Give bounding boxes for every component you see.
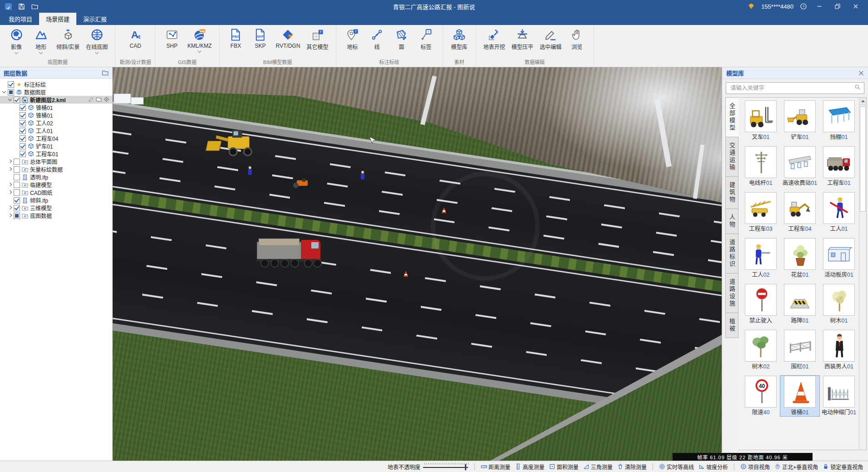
toolbar-button[interactable]: 项目视角 bbox=[740, 463, 770, 471]
scrollbar[interactable] bbox=[859, 98, 866, 450]
ribbon-button[interactable]: 浏览 bbox=[565, 26, 589, 50]
ribbon-button[interactable]: 模型库 bbox=[447, 26, 472, 50]
model-card[interactable]: 工程车04 bbox=[780, 192, 819, 233]
tree-checkbox[interactable] bbox=[14, 197, 20, 204]
model-card[interactable]: 路障01 bbox=[780, 284, 819, 324]
tree-row[interactable]: 工程车01 bbox=[0, 150, 112, 158]
ribbon-button[interactable]: 选中编辑 bbox=[537, 26, 565, 50]
ribbon-button[interactable]: 模型压平 bbox=[509, 26, 537, 50]
model-card[interactable]: 工程车03 bbox=[741, 192, 780, 233]
tree-expand-arrow[interactable] bbox=[8, 190, 13, 195]
model-card[interactable]: 围栏01 bbox=[780, 330, 819, 370]
tree-checkbox[interactable] bbox=[14, 174, 20, 180]
close-button[interactable] bbox=[850, 1, 862, 11]
model-card[interactable]: 西装男人01 bbox=[819, 330, 858, 370]
model-card[interactable]: 树木01 bbox=[819, 284, 858, 324]
toolbar-button[interactable]: 距离测量 bbox=[481, 463, 510, 471]
tree-checkbox[interactable] bbox=[20, 128, 26, 134]
ribbon-button[interactable]: 地表开挖 bbox=[480, 26, 509, 50]
toolbar-button[interactable]: 面积测量 bbox=[549, 463, 579, 471]
ribbon-button[interactable]: SKPSKP bbox=[248, 26, 273, 49]
tree-checkbox[interactable] bbox=[20, 120, 26, 126]
tree-checkbox[interactable] bbox=[20, 104, 26, 111]
tree-row[interactable]: 透明.lfp bbox=[0, 173, 112, 181]
tree-row[interactable]: 工人02 bbox=[0, 119, 112, 127]
panel-folder-icon[interactable] bbox=[102, 70, 109, 76]
toolbar-button[interactable]: 实时等高线 bbox=[659, 463, 694, 471]
chevron-down-icon[interactable] bbox=[15, 51, 18, 54]
save-icon[interactable] bbox=[18, 3, 25, 10]
tree-expand-arrow[interactable] bbox=[2, 89, 7, 94]
chevron-down-icon[interactable] bbox=[39, 51, 43, 54]
ribbon-button[interactable]: 影像 bbox=[4, 26, 29, 54]
model-card[interactable]: 铲车01 bbox=[780, 100, 819, 141]
model-card[interactable]: 禁止驶入 bbox=[741, 284, 780, 324]
model-card[interactable]: 叉车01 bbox=[741, 100, 780, 141]
tree-checkbox[interactable] bbox=[20, 151, 26, 157]
model-card[interactable]: 电动伸缩门01 bbox=[819, 376, 858, 416]
ribbon-button[interactable]: 面 bbox=[389, 26, 414, 50]
chevron-down-icon[interactable] bbox=[95, 51, 99, 54]
viewport-3d[interactable] bbox=[113, 67, 722, 461]
menu-tab[interactable]: 演示汇报 bbox=[76, 13, 114, 25]
tree-row[interactable]: CAD图纸 bbox=[0, 189, 112, 196]
model-card[interactable]: 电线杆01 bbox=[741, 146, 780, 187]
vip-icon[interactable] bbox=[748, 3, 755, 10]
model-category-tab[interactable]: 全部模型 bbox=[725, 97, 738, 137]
scroll-up-icon[interactable] bbox=[859, 98, 866, 105]
folder-icon[interactable] bbox=[96, 96, 102, 104]
toolbar-button[interactable]: 三角测量 bbox=[583, 463, 613, 471]
tree-row[interactable]: 矢量标绘数据 bbox=[0, 165, 112, 173]
tree-checkbox[interactable] bbox=[14, 205, 20, 211]
tree-checkbox[interactable] bbox=[14, 159, 20, 165]
slider-thumb[interactable] bbox=[465, 464, 466, 470]
worker-model[interactable] bbox=[360, 171, 365, 180]
tree-row[interactable]: 铲车01 bbox=[0, 142, 112, 150]
restore-button[interactable] bbox=[832, 1, 843, 11]
tree-checkbox[interactable] bbox=[14, 189, 20, 196]
tree-row[interactable]: 倾斜.lfp bbox=[0, 196, 112, 204]
model-search-input[interactable] bbox=[729, 84, 854, 92]
tree-expand-arrow[interactable] bbox=[8, 205, 13, 210]
tree-row[interactable]: ★标注标绘 bbox=[0, 80, 112, 88]
account-label[interactable]: 155****4480 bbox=[761, 3, 793, 10]
tree-checkbox[interactable] bbox=[8, 89, 14, 95]
model-category-tab[interactable]: 道路设施 bbox=[725, 273, 738, 313]
search-icon[interactable] bbox=[854, 84, 861, 92]
model-card[interactable]: 高速收费站01 bbox=[780, 146, 819, 187]
tree-row[interactable]: 工程车04 bbox=[0, 134, 112, 142]
toolbar-button[interactable]: 锁定垂直视角 bbox=[823, 463, 863, 471]
toolbar-button[interactable]: 高度测量 bbox=[515, 463, 544, 471]
slider-track[interactable] bbox=[423, 467, 468, 468]
ribbon-button[interactable]: T地标 bbox=[340, 26, 365, 50]
traffic-cone-model[interactable] bbox=[404, 271, 408, 277]
menu-tab[interactable]: 我的项目 bbox=[2, 13, 39, 25]
tree-row[interactable]: 三维模型 bbox=[0, 204, 112, 212]
model-card[interactable]: 花盆01 bbox=[780, 238, 819, 278]
model-card[interactable]: 锥桶01 bbox=[780, 376, 819, 416]
help-icon[interactable]: ? bbox=[800, 3, 807, 10]
app-logo-icon[interactable] bbox=[5, 3, 12, 10]
ribbon-button[interactable]: 线 bbox=[365, 26, 389, 50]
tree-checkbox[interactable] bbox=[14, 213, 20, 219]
menu-tab[interactable]: 场景搭建 bbox=[39, 13, 76, 25]
tree-row[interactable]: 数据图层 bbox=[0, 88, 112, 96]
tree-checkbox[interactable] bbox=[20, 143, 26, 149]
ribbon-button[interactable]: 在线底图 bbox=[83, 26, 111, 54]
toolbar-button[interactable]: 坡度分析 bbox=[698, 463, 728, 471]
tree-row[interactable]: 底图数据 bbox=[0, 212, 112, 219]
tree-checkbox[interactable] bbox=[8, 81, 14, 88]
minimize-button[interactable] bbox=[813, 1, 825, 11]
tree-row[interactable]: 临建模型 bbox=[0, 181, 112, 189]
model-card[interactable]: 活动板房01 bbox=[819, 238, 858, 278]
edit-icon[interactable] bbox=[88, 96, 94, 104]
model-category-tab[interactable]: 建筑物 bbox=[725, 177, 738, 209]
model-category-tab[interactable]: 植被 bbox=[725, 313, 738, 338]
chevron-down-icon[interactable] bbox=[198, 50, 201, 53]
surface-opacity-slider[interactable] bbox=[423, 463, 471, 470]
tree-expand-arrow[interactable] bbox=[8, 97, 13, 102]
scrollbar-thumb[interactable] bbox=[860, 106, 866, 212]
model-card[interactable]: 工人02 bbox=[741, 238, 780, 278]
toolbar-button[interactable]: 清除测量 bbox=[617, 463, 647, 471]
model-category-tab[interactable]: 交通运输 bbox=[725, 137, 738, 177]
